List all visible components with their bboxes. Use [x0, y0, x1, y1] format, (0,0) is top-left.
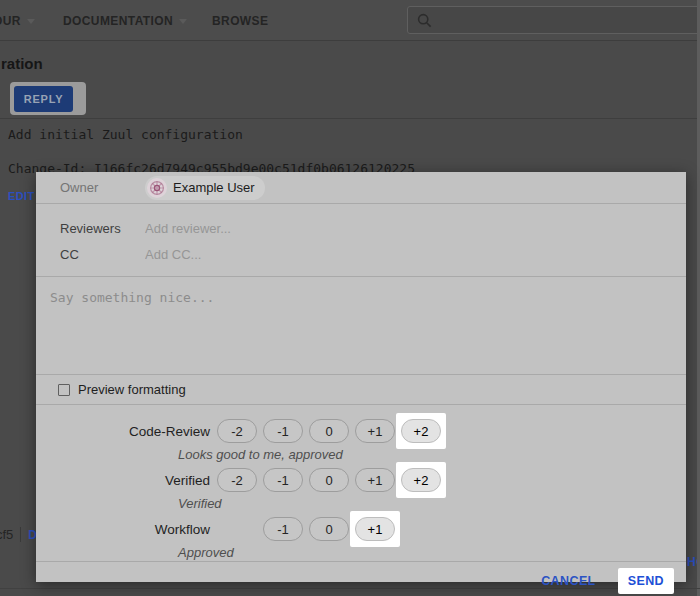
- page-title: ration: [1, 55, 43, 72]
- nav-item-browse[interactable]: BROWSE: [212, 14, 268, 28]
- cc-row: CC: [60, 242, 686, 267]
- vote-group-verified: Verified-2-10+1+2Verified: [36, 468, 686, 511]
- vote-button[interactable]: 0: [309, 468, 349, 492]
- commit-hash-row: cf5 D: [0, 527, 37, 542]
- vote-button[interactable]: -2: [217, 468, 257, 492]
- search-input[interactable]: [438, 13, 678, 28]
- preview-row: Preview formatting: [36, 375, 686, 404]
- dialog-footer: CANCEL SEND: [36, 562, 686, 596]
- edit-link[interactable]: EDIT: [8, 190, 35, 202]
- owner-chip[interactable]: Example User: [145, 176, 265, 200]
- vote-button[interactable]: +1: [355, 468, 395, 492]
- vote-tutorial-highlight: +1: [350, 511, 400, 547]
- send-tutorial-highlight: SEND: [618, 568, 674, 594]
- nav-item-label: DOCUMENTATION: [63, 14, 173, 28]
- vote-button[interactable]: -1: [263, 468, 303, 492]
- vote-button[interactable]: +2: [401, 419, 441, 443]
- vote-hint: Looks good to me, approved: [178, 447, 686, 462]
- vote-button[interactable]: +1: [355, 517, 395, 541]
- owner-name: Example User: [173, 180, 255, 195]
- owner-row: Owner Example User: [36, 172, 686, 203]
- reply-dialog: Owner Example User Reviewers CC: [36, 172, 686, 582]
- chevron-down-icon: [179, 19, 187, 24]
- vote-hint: Approved: [178, 545, 686, 560]
- nav-item-label: OUR: [0, 14, 21, 28]
- reply-button[interactable]: REPLY: [14, 86, 73, 112]
- cc-label: CC: [60, 247, 145, 262]
- reply-message-textarea[interactable]: [36, 277, 686, 374]
- hash-fragment: cf5: [0, 527, 13, 542]
- reviewers-label: Reviewers: [60, 221, 145, 236]
- commit-subject: Add initial Zuul configuration: [8, 127, 243, 142]
- commit-message: Add initial Zuul configuration Change-Id…: [8, 126, 415, 177]
- nav-item-label: BROWSE: [212, 14, 268, 28]
- preview-formatting-label: Preview formatting: [78, 382, 186, 397]
- vote-group-workflow: Workflow-10+1Approved: [36, 517, 686, 560]
- reviewers-row: Reviewers: [60, 216, 686, 241]
- vote-button[interactable]: -2: [217, 419, 257, 443]
- vote-label: Code-Review: [36, 424, 210, 439]
- vote-button[interactable]: -1: [263, 419, 303, 443]
- vote-button[interactable]: +2: [401, 468, 441, 492]
- vote-label: Workflow: [36, 522, 210, 537]
- vote-hint: Verified: [178, 496, 686, 511]
- app-header: OUR DOCUMENTATION BROWSE: [0, 0, 700, 41]
- chevron-down-icon: [27, 19, 35, 24]
- message-area: [36, 277, 686, 374]
- cancel-button[interactable]: CANCEL: [541, 574, 595, 588]
- divider: [0, 118, 700, 119]
- add-cc-input[interactable]: [145, 247, 445, 262]
- nav-item-your[interactable]: OUR: [0, 14, 35, 28]
- vote-group-code-review: Code-Review-2-10+1+2Looks good to me, ap…: [36, 419, 686, 462]
- avatar-icon: [147, 178, 167, 198]
- preview-formatting-checkbox[interactable]: [58, 384, 70, 396]
- peers-section: Reviewers CC: [36, 204, 686, 276]
- vote-button[interactable]: 0: [309, 419, 349, 443]
- vote-tutorial-highlight: +2: [396, 413, 446, 449]
- send-button[interactable]: SEND: [628, 574, 664, 588]
- vote-label: Verified: [36, 473, 210, 488]
- add-reviewer-input[interactable]: [145, 221, 445, 236]
- nav-item-documentation[interactable]: DOCUMENTATION: [63, 14, 187, 28]
- vote-button[interactable]: +1: [355, 419, 395, 443]
- search-box[interactable]: [407, 6, 700, 34]
- vote-groups: Code-Review-2-10+1+2Looks good to me, ap…: [36, 405, 686, 561]
- reply-tutorial-highlight: REPLY: [10, 82, 86, 115]
- divider: [20, 527, 21, 542]
- vote-tutorial-highlight: +2: [396, 462, 446, 498]
- owner-label: Owner: [60, 180, 145, 195]
- search-icon: [417, 13, 432, 28]
- vote-button[interactable]: -1: [263, 517, 303, 541]
- vote-button[interactable]: 0: [309, 517, 349, 541]
